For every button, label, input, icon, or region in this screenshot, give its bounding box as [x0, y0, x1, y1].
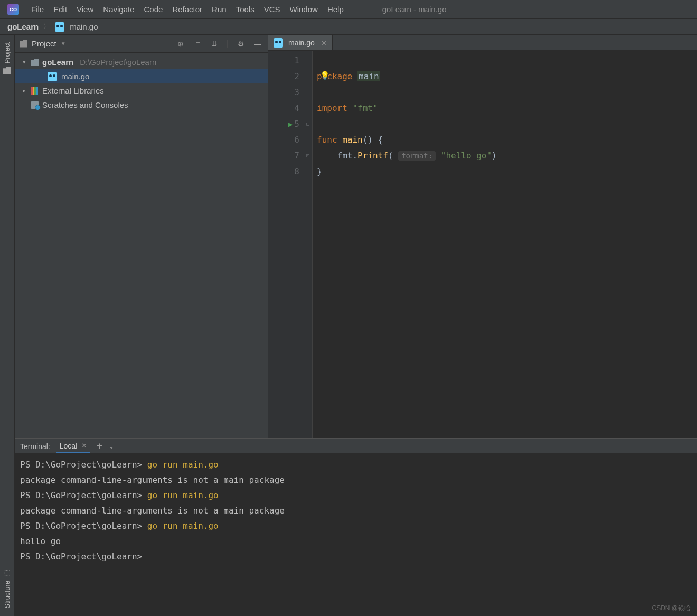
left-tool-strip: Project Structure ⬚	[0, 35, 15, 616]
tree-root-path: D:\GoProject\goLearn	[80, 58, 156, 67]
chevron-down-icon[interactable]: ▼	[61, 41, 66, 46]
terminal-tab-label: Local	[60, 442, 77, 450]
line-number: 5	[268, 116, 299, 132]
tree-root-label: goLearn	[42, 58, 73, 67]
run-gutter-icon[interactable]: ▶	[288, 116, 293, 132]
terminal-title: Terminal:	[20, 442, 50, 451]
tree-external-libraries[interactable]: ▸ External Libraries	[15, 83, 268, 98]
fold-start-icon[interactable]: ⊟	[306, 116, 310, 132]
hide-panel-icon[interactable]: —	[253, 39, 262, 49]
line-number: 6	[268, 132, 299, 148]
chevron-right-icon: 〉	[43, 22, 51, 32]
editor-tab-label: main.go	[288, 39, 315, 47]
go-file-icon	[55, 22, 64, 32]
structure-tool-label: Structure	[3, 581, 11, 609]
parameter-hint: format:	[398, 151, 436, 161]
new-terminal-icon[interactable]: +	[97, 441, 102, 452]
library-icon	[31, 87, 39, 95]
menu-run[interactable]: Run	[207, 3, 231, 16]
breadcrumb-project[interactable]: goLearn	[7, 22, 39, 31]
app-logo-icon: GO	[7, 4, 19, 15]
line-number: 1	[268, 53, 299, 69]
tree-project-root[interactable]: ▾ goLearn D:\GoProject\goLearn	[15, 55, 268, 69]
expand-all-icon[interactable]: ≡	[193, 39, 202, 49]
menu-file[interactable]: File	[26, 3, 49, 16]
menu-navigate[interactable]: Navigate	[98, 3, 139, 16]
locate-icon[interactable]: ⊕	[176, 39, 185, 49]
chevron-down-icon[interactable]: ▾	[21, 59, 27, 66]
line-number: 2	[268, 69, 299, 85]
menu-bar: GO FileEditViewNavigateCodeRefactorRunTo…	[0, 0, 697, 19]
structure-icon: ⬚	[3, 570, 11, 577]
tree-scratches-label: Scratches and Consoles	[42, 100, 128, 109]
menu-edit[interactable]: Edit	[49, 3, 72, 16]
menu-help[interactable]: Help	[323, 3, 348, 16]
line-number: 3	[268, 85, 299, 100]
terminal-panel: Terminal: Local ✕ + ⌄ PS D:\GoProject\go…	[15, 438, 697, 616]
lightbulb-icon[interactable]: 💡	[320, 68, 330, 83]
project-panel-header: Project ▼ ⊕ ≡ ⇊ | ⚙ —	[15, 35, 268, 53]
menu-refactor[interactable]: Refactor	[167, 3, 207, 16]
project-view-icon	[20, 40, 27, 48]
go-file-icon	[274, 38, 283, 48]
folder-icon	[4, 67, 11, 74]
menu-vcs[interactable]: VCS	[259, 3, 285, 16]
tree-file-label: main.go	[61, 72, 89, 81]
line-number: 4	[268, 100, 299, 116]
breadcrumb-file[interactable]: main.go	[70, 22, 98, 31]
editor-tab-bar: main.go ✕	[268, 35, 697, 51]
menu-view[interactable]: View	[72, 3, 98, 16]
collapse-all-icon[interactable]: ⇊	[210, 39, 219, 49]
chevron-right-icon[interactable]: ▸	[21, 87, 27, 94]
tree-external-label: External Libraries	[42, 86, 104, 95]
tree-scratches[interactable]: Scratches and Consoles	[15, 98, 268, 112]
structure-tool-tab[interactable]: Structure ⬚	[2, 564, 13, 614]
chevron-down-icon[interactable]: ⌄	[109, 443, 114, 450]
terminal-output[interactable]: PS D:\GoProject\goLearn> go run main.go …	[15, 454, 697, 616]
close-icon[interactable]: ✕	[81, 442, 87, 450]
project-tool-label: Project	[3, 42, 11, 63]
window-title: goLearn - main.go	[382, 5, 447, 14]
gear-icon[interactable]: ⚙	[236, 39, 246, 49]
project-panel-title[interactable]: Project	[32, 39, 56, 48]
go-file-icon	[48, 72, 57, 81]
scratches-icon	[31, 101, 39, 109]
menu-window[interactable]: Window	[285, 3, 323, 16]
menu-tools[interactable]: Tools	[231, 3, 259, 16]
editor-tab-maingo[interactable]: main.go ✕	[268, 35, 333, 50]
line-number: 8	[268, 164, 299, 180]
line-number: 7	[268, 148, 299, 164]
tree-file-maingo[interactable]: main.go	[15, 69, 268, 83]
menu-code[interactable]: Code	[139, 3, 168, 16]
fold-end-icon[interactable]: ⊡	[306, 148, 310, 164]
breadcrumb: goLearn 〉 main.go	[0, 19, 697, 35]
watermark: CSDN @银哈	[652, 604, 691, 613]
close-icon[interactable]: ✕	[321, 39, 327, 47]
terminal-tab-local[interactable]: Local ✕	[56, 440, 90, 453]
project-tool-tab[interactable]: Project	[2, 37, 13, 79]
terminal-header: Terminal: Local ✕ + ⌄	[15, 439, 697, 454]
folder-icon	[31, 59, 39, 66]
